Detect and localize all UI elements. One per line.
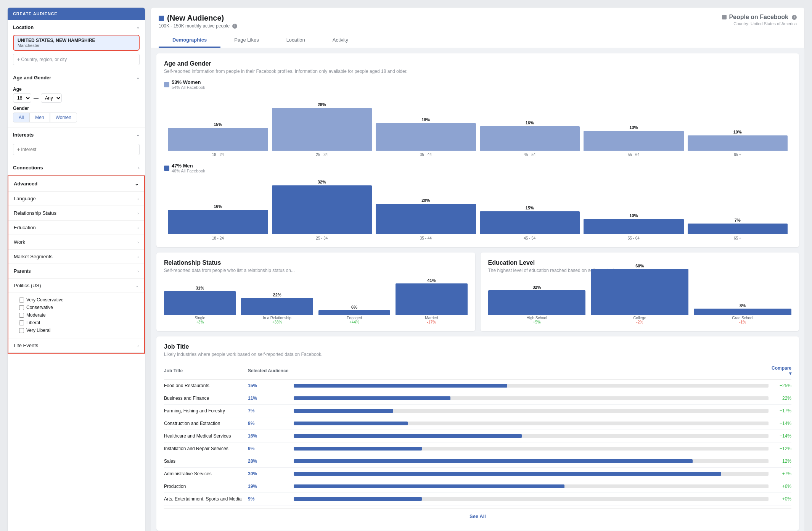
women-bar-pct: 16% xyxy=(526,121,534,125)
job-bar-fill xyxy=(294,459,693,463)
politics-options: Very Conservative Conservative Moderate … xyxy=(8,293,144,338)
politics-very-liberal: Very Liberal xyxy=(19,327,139,334)
very-liberal-label: Very Liberal xyxy=(26,328,50,333)
tab-page-likes[interactable]: Page Likes xyxy=(220,33,272,48)
relationship-status-item[interactable]: Relationship Status › xyxy=(8,206,144,220)
men-bar-label: 35 - 44 xyxy=(420,236,432,240)
age-gender-header[interactable]: Age and Gender ⌄ xyxy=(8,70,145,85)
education-label: Education xyxy=(14,225,36,230)
audience-icon xyxy=(159,16,164,21)
women-bar xyxy=(688,135,788,151)
men-bar-label: 25 - 34 xyxy=(316,236,328,240)
women-bar xyxy=(480,126,580,151)
parents-item[interactable]: Parents › xyxy=(8,264,144,278)
location-header[interactable]: Location ⌄ xyxy=(8,20,145,35)
compare-button[interactable]: Compare ▾ xyxy=(769,365,791,376)
interests-content xyxy=(8,142,145,160)
legend-men-item: 47% Men 46% All Facebook xyxy=(164,163,205,173)
men-bar xyxy=(480,211,580,234)
tab-activity[interactable]: Activity xyxy=(319,33,362,48)
job-row-pct: 19% xyxy=(248,484,294,489)
interest-input[interactable] xyxy=(13,144,140,155)
work-label: Work xyxy=(14,239,25,245)
age-from-select[interactable]: 18 xyxy=(13,93,31,103)
women-bar-pct: 13% xyxy=(629,125,638,130)
age-group-women: 18% 35 - 44 xyxy=(376,117,476,157)
conservative-checkbox[interactable] xyxy=(19,305,24,310)
men-bar-label: 65 + xyxy=(734,236,741,240)
very-conservative-checkbox[interactable] xyxy=(19,298,24,303)
tab-location[interactable]: Location xyxy=(273,33,319,48)
table-row: Farming, Fishing and Forestry 7% +17% xyxy=(164,405,791,417)
tab-demographics[interactable]: Demographics xyxy=(159,33,220,48)
men-bar-pct: 7% xyxy=(735,218,741,222)
gender-men-button[interactable]: Men xyxy=(29,113,50,122)
politics-item[interactable]: Politics (US) ⌄ xyxy=(8,278,144,293)
job-bar-bg xyxy=(294,459,769,463)
women-bar-label: 25 - 34 xyxy=(316,153,328,157)
reach-info-icon[interactable]: i xyxy=(232,24,237,29)
edu-change: -2% xyxy=(636,320,643,324)
job-bar-fill xyxy=(294,472,721,476)
job-row-bar-container xyxy=(294,396,769,400)
job-row-change: +0% xyxy=(769,496,791,502)
men-bar-pct: 15% xyxy=(526,206,534,210)
job-bar-fill xyxy=(294,396,450,400)
job-row-change: +7% xyxy=(769,471,791,476)
job-col-header-title: Job Title xyxy=(164,368,248,373)
table-row: Business and Finance 11% +22% xyxy=(164,392,791,405)
people-on-fb-info-icon[interactable]: i xyxy=(792,15,797,20)
age-group-men: 32% 25 - 34 xyxy=(272,180,372,240)
see-all-button[interactable]: See All xyxy=(164,508,791,524)
age-group-women: 16% 45 - 54 xyxy=(480,121,580,157)
men-pct-label: 47% Men xyxy=(172,163,205,169)
very-liberal-checkbox[interactable] xyxy=(19,328,24,333)
table-row: Installation and Repair Services 9% +12% xyxy=(164,443,791,455)
job-row-change: +6% xyxy=(769,484,791,489)
language-item[interactable]: Language › xyxy=(8,191,144,206)
politics-very-conservative: Very Conservative xyxy=(19,296,139,304)
job-bar-bg xyxy=(294,497,769,501)
interests-header[interactable]: Interests ⌄ xyxy=(8,127,145,142)
gender-women-button[interactable]: Women xyxy=(50,113,77,122)
age-to-select[interactable]: Any xyxy=(41,93,62,103)
legend-women-text: 53% Women 54% All Facebook xyxy=(172,79,205,90)
list-item: 31% Single +3% xyxy=(164,286,236,324)
women-bar-pct: 10% xyxy=(733,130,742,134)
connections-section[interactable]: Connections › xyxy=(8,160,145,175)
gender-all-button[interactable]: All xyxy=(13,113,29,122)
job-row-pct: 9% xyxy=(248,496,294,502)
gender-buttons: All Men Women xyxy=(13,113,140,122)
job-row-label: Production xyxy=(164,484,248,489)
men-bar-pct: 32% xyxy=(318,180,326,184)
men-bar xyxy=(376,204,476,234)
edu-label: College xyxy=(633,316,646,320)
age-group-women: 15% 18 - 24 xyxy=(168,122,268,157)
moderate-label: Moderate xyxy=(26,312,46,318)
women-chart: 15% 18 - 24 28% 25 - 34 18% 35 - 44 16% … xyxy=(164,96,791,157)
market-segments-item[interactable]: Market Segments › xyxy=(8,249,144,264)
job-row-label: Farming, Fishing and Forestry xyxy=(164,408,248,414)
moderate-checkbox[interactable] xyxy=(19,313,24,318)
table-row: Healthcare and Medical Services 16% +14% xyxy=(164,430,791,443)
rel-pct: 41% xyxy=(427,278,436,283)
liberal-checkbox[interactable] xyxy=(19,320,24,325)
men-bar-label: 18 - 24 xyxy=(212,236,224,240)
life-events-item[interactable]: Life Events › xyxy=(8,338,144,353)
table-row: Sales 28% +12% xyxy=(164,455,791,468)
location-tag: UNITED STATES, NEW HAMPSHIRE Manchester xyxy=(13,35,140,51)
age-gender-content: Age 18 — Any Gender All Men Women xyxy=(8,85,145,127)
advanced-header[interactable]: Advanced ⌄ xyxy=(8,176,144,191)
parents-label: Parents xyxy=(14,268,31,274)
age-gender-card: Age and Gender Self-reported information… xyxy=(156,53,799,247)
work-item[interactable]: Work › xyxy=(8,235,144,249)
location-city: Manchester xyxy=(18,43,135,48)
education-item[interactable]: Education › xyxy=(8,220,144,235)
job-row-bar-container xyxy=(294,409,769,413)
job-row-pct: 28% xyxy=(248,459,294,464)
location-input[interactable] xyxy=(13,54,140,65)
location-label: Location xyxy=(13,24,34,30)
interests-arrow-icon: ⌄ xyxy=(136,132,140,137)
market-segments-label: Market Segments xyxy=(14,254,53,259)
job-row-bar-container xyxy=(294,484,769,488)
